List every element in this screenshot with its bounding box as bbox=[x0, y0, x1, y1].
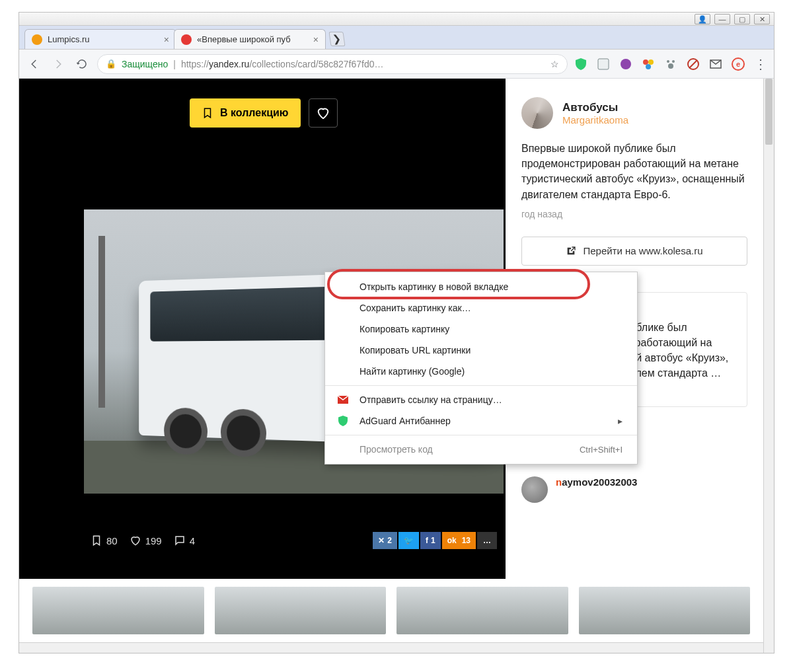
cm-adguard-submenu[interactable]: AdGuard Антибаннер ▸ bbox=[325, 410, 637, 431]
cm-inspect[interactable]: Просмотреть код Ctrl+Shift+I bbox=[325, 439, 637, 460]
extensions-row: e ⋮ bbox=[574, 56, 767, 72]
window-maximize-button[interactable]: ▢ bbox=[734, 14, 750, 24]
cm-search-image-google[interactable]: Найти картинку (Google) bbox=[325, 361, 637, 382]
tab-title: «Впервые широкой пуб bbox=[197, 34, 308, 44]
reload-button[interactable] bbox=[73, 56, 91, 73]
save-ext-icon[interactable] bbox=[597, 57, 610, 71]
bookmark-star-icon[interactable]: ☆ bbox=[550, 59, 559, 69]
forward-button[interactable] bbox=[50, 56, 67, 73]
share-facebook-button[interactable]: f1 bbox=[420, 532, 441, 549]
paw-ext-icon[interactable] bbox=[664, 57, 677, 71]
comment-icon bbox=[174, 535, 186, 546]
new-tab-button[interactable]: ❯ bbox=[328, 32, 345, 46]
thumbnail[interactable] bbox=[397, 587, 568, 634]
cm-copy-image[interactable]: Копировать картинку bbox=[325, 318, 637, 340]
browser-window: 👤 — ▢ ✕ Lumpics.ru × «Впервые широкой пу… bbox=[19, 12, 774, 653]
ok-icon: ok bbox=[447, 536, 457, 545]
shield-icon bbox=[337, 415, 349, 427]
thumbnail[interactable] bbox=[32, 587, 204, 634]
comment-username[interactable]: naymov20032003 bbox=[556, 476, 637, 488]
ok-count: 13 bbox=[462, 536, 471, 545]
card-top-buttons: В коллекцию bbox=[190, 98, 338, 128]
favicon-icon bbox=[181, 34, 192, 45]
back-button[interactable] bbox=[26, 56, 43, 73]
cm-copy-image-url[interactable]: Копировать URL картинки bbox=[325, 340, 637, 361]
vertical-scrollbar[interactable] bbox=[763, 79, 774, 653]
likes-count[interactable]: 199 bbox=[130, 535, 162, 546]
vk-count: 2 bbox=[387, 536, 392, 545]
share-more-button[interactable]: … bbox=[477, 532, 497, 549]
chevron-right-icon: ▸ bbox=[618, 416, 623, 426]
external-link-icon bbox=[566, 246, 576, 256]
svg-point-3 bbox=[648, 59, 654, 65]
svg-point-7 bbox=[668, 63, 673, 69]
window-minimize-button[interactable]: — bbox=[714, 14, 730, 24]
tab-yandex-collections[interactable]: «Впервые широкой пуб × bbox=[174, 29, 326, 49]
e-ext-icon[interactable]: e bbox=[732, 57, 745, 71]
tab-strip: Lumpics.ru × «Впервые широкой пуб × ❯ bbox=[19, 26, 774, 50]
cm-open-image-new-tab[interactable]: Открыть картинку в новой вкладке bbox=[325, 276, 637, 297]
horizontal-scrollbar[interactable] bbox=[19, 642, 763, 653]
svg-point-5 bbox=[667, 60, 669, 63]
cm-shortcut: Ctrl+Shift+I bbox=[580, 445, 623, 455]
cm-label: Открыть картинку в новой вкладке bbox=[359, 281, 508, 292]
favicon-icon bbox=[32, 34, 42, 45]
comments-count[interactable]: 4 bbox=[174, 535, 195, 546]
toolbar: 🔒 Защищено | https://yandex.ru/collectio… bbox=[19, 50, 774, 79]
cm-separator bbox=[325, 385, 637, 386]
svg-line-9 bbox=[689, 60, 697, 68]
window-user-button[interactable]: 👤 bbox=[695, 14, 710, 24]
time-ago: год назад bbox=[521, 209, 747, 219]
cm-label: Сохранить картинку как… bbox=[359, 303, 471, 313]
svg-point-1 bbox=[621, 59, 631, 69]
share-ok-button[interactable]: ok13 bbox=[442, 532, 476, 549]
tab-close-icon[interactable]: × bbox=[313, 34, 319, 45]
arrow-right-icon bbox=[52, 58, 64, 70]
bookmark-icon bbox=[91, 535, 102, 546]
collection-name: Автобусы bbox=[562, 101, 628, 114]
block-ext-icon[interactable] bbox=[687, 57, 700, 71]
svg-point-4 bbox=[646, 64, 651, 69]
cm-save-image-as[interactable]: Сохранить картинку как… bbox=[325, 297, 637, 318]
thumbnail-row bbox=[19, 579, 763, 642]
author-block[interactable]: Автобусы Margaritkaoma bbox=[521, 97, 747, 129]
author-avatar bbox=[521, 97, 553, 129]
mail-icon bbox=[337, 394, 349, 406]
add-to-collection-label: В коллекцию bbox=[220, 107, 289, 119]
comment-avatar[interactable] bbox=[521, 476, 548, 503]
menu-button[interactable]: ⋮ bbox=[754, 56, 767, 72]
mail-ext-icon[interactable] bbox=[709, 57, 722, 71]
fb-count: 1 bbox=[431, 536, 435, 545]
address-bar[interactable]: 🔒 Защищено | https://yandex.ru/collectio… bbox=[97, 54, 568, 74]
tab-title: Lumpics.ru bbox=[48, 34, 159, 44]
purple-ext-icon[interactable] bbox=[619, 57, 632, 71]
thumbnail[interactable] bbox=[215, 587, 387, 634]
tab-close-icon[interactable]: × bbox=[164, 34, 169, 45]
likes-value: 199 bbox=[145, 535, 162, 546]
share-vk-button[interactable]: ✕2 bbox=[373, 532, 397, 549]
window-titlebar: 👤 — ▢ ✕ bbox=[19, 13, 774, 26]
bookmarks-value: 80 bbox=[106, 535, 118, 546]
cm-label: Отправить ссылку на страницу… bbox=[359, 394, 502, 405]
scrollbar-thumb[interactable] bbox=[765, 79, 773, 145]
add-to-collection-button[interactable]: В коллекцию bbox=[190, 98, 301, 128]
comment-item: naymov20032003 bbox=[521, 476, 747, 503]
cm-label: Копировать URL картинки bbox=[359, 345, 471, 355]
tab-lumpics[interactable]: Lumpics.ru × bbox=[24, 29, 176, 49]
cm-label: Найти картинку (Google) bbox=[359, 366, 465, 377]
context-menu: Открыть картинку в новой вкладке Сохрани… bbox=[324, 272, 638, 465]
favorite-button[interactable] bbox=[309, 98, 338, 128]
window-close-button[interactable]: ✕ bbox=[754, 14, 770, 24]
comments-value: 4 bbox=[190, 535, 195, 546]
cm-send-link[interactable]: Отправить ссылку на страницу… bbox=[325, 389, 637, 410]
open-source-button[interactable]: Перейти на www.kolesa.ru bbox=[521, 237, 747, 266]
svg-rect-0 bbox=[598, 59, 609, 69]
social-share-row: ✕2 🐦 f1 ok13 … bbox=[373, 532, 497, 549]
colorful-ext-icon[interactable] bbox=[642, 57, 655, 71]
bookmarks-count[interactable]: 80 bbox=[91, 535, 118, 546]
thumbnail[interactable] bbox=[579, 587, 751, 634]
heart-icon bbox=[316, 106, 330, 120]
adguard-ext-icon[interactable] bbox=[574, 57, 587, 71]
share-twitter-button[interactable]: 🐦 bbox=[398, 532, 419, 549]
twitter-icon: 🐦 bbox=[404, 536, 414, 545]
